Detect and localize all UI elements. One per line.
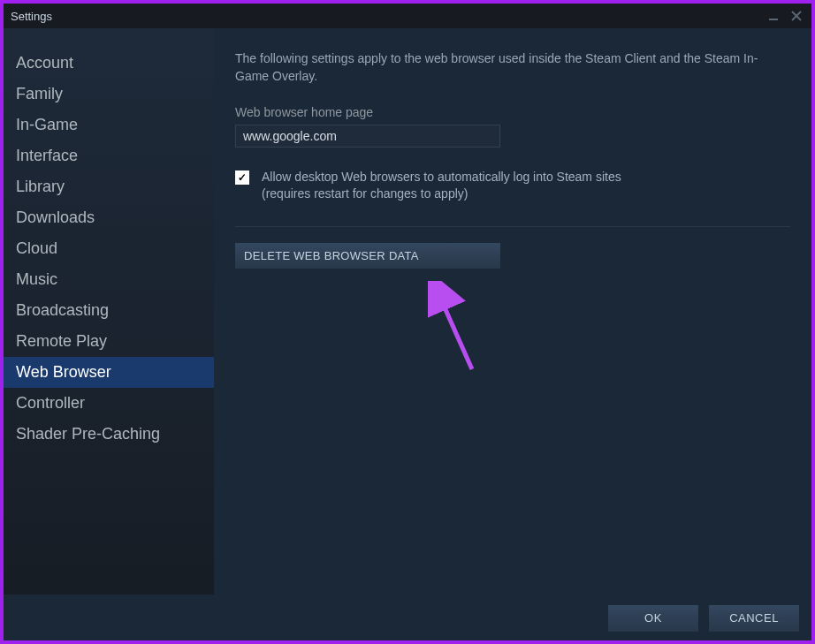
auto-login-line2: (requires restart for changes to apply) <box>262 186 468 201</box>
auto-login-label: Allow desktop Web browsers to automatica… <box>262 169 621 203</box>
titlebar: Settings <box>4 4 811 28</box>
divider <box>235 226 790 227</box>
delete-web-browser-data-button[interactable]: DELETE WEB BROWSER DATA <box>235 243 500 269</box>
sidebar-item-interface[interactable]: Interface <box>4 140 214 171</box>
sidebar-item-controller[interactable]: Controller <box>4 388 214 419</box>
sidebar-item-shader-pre-caching[interactable]: Shader Pre-Caching <box>4 419 214 450</box>
auto-login-checkbox-row[interactable]: Allow desktop Web browsers to automatica… <box>235 169 790 203</box>
homepage-label: Web browser home page <box>235 105 790 119</box>
minimize-button[interactable] <box>765 8 781 24</box>
window-title: Settings <box>11 10 52 23</box>
body-area: AccountFamilyIn-GameInterfaceLibraryDown… <box>4 28 811 595</box>
ok-button[interactable]: OK <box>608 605 698 632</box>
sidebar-item-library[interactable]: Library <box>4 171 214 202</box>
close-button[interactable] <box>788 8 804 24</box>
homepage-input[interactable] <box>235 125 500 148</box>
settings-window: Settings AccountFamilyIn-GameInterfaceLi… <box>0 0 815 644</box>
content-description: The following settings apply to the web … <box>235 49 790 86</box>
sidebar-item-family[interactable]: Family <box>4 79 214 110</box>
sidebar-item-web-browser[interactable]: Web Browser <box>4 357 214 388</box>
sidebar-item-music[interactable]: Music <box>4 264 214 295</box>
sidebar-item-remote-play[interactable]: Remote Play <box>4 326 214 357</box>
sidebar-item-cloud[interactable]: Cloud <box>4 233 214 264</box>
settings-content: The following settings apply to the web … <box>214 28 811 595</box>
settings-sidebar: AccountFamilyIn-GameInterfaceLibraryDown… <box>4 28 214 595</box>
cancel-button[interactable]: CANCEL <box>709 605 799 632</box>
sidebar-item-account[interactable]: Account <box>4 48 214 79</box>
auto-login-line1: Allow desktop Web browsers to automatica… <box>262 170 621 184</box>
sidebar-item-broadcasting[interactable]: Broadcasting <box>4 295 214 326</box>
dialog-footer: OK CANCEL <box>4 595 811 640</box>
sidebar-item-in-game[interactable]: In-Game <box>4 110 214 140</box>
sidebar-item-downloads[interactable]: Downloads <box>4 202 214 233</box>
auto-login-checkbox[interactable] <box>235 170 249 185</box>
